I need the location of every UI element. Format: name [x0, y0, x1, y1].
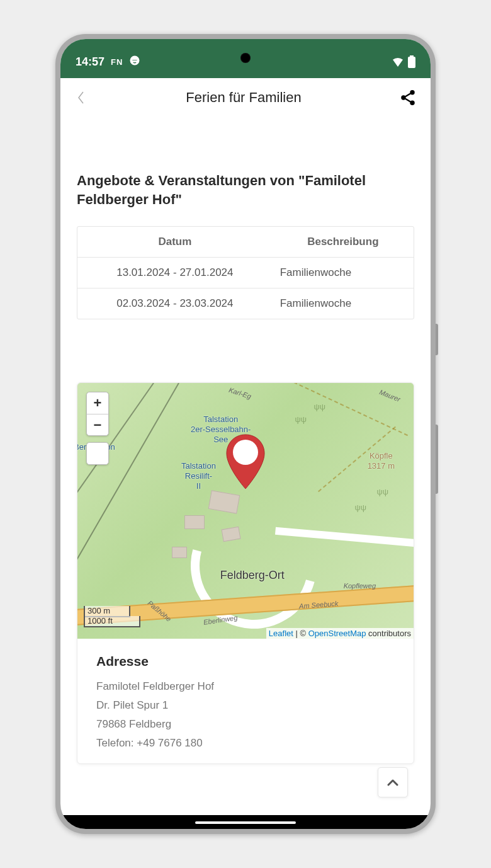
zoom-out-button[interactable]: −	[87, 414, 108, 435]
zoom-in-button[interactable]: +	[87, 392, 108, 414]
table-cell-date: 02.03.2024 - 23.03.2024	[77, 288, 273, 319]
svg-rect-1	[132, 60, 138, 61]
table-row: 13.01.2024 - 27.01.2024 Familienwoche	[77, 257, 414, 288]
zoom-controls: + −	[86, 392, 109, 436]
phone-frame: 14:57 FN	[55, 34, 436, 834]
map-street-label: Kopfleweg	[344, 582, 376, 590]
map[interactable]: ψψ ψψ ψψ ψψ Talstation 2er-Sesselbahn- S…	[77, 383, 414, 639]
table-row: 02.03.2024 - 23.03.2024 Familienwoche	[77, 288, 414, 319]
section-title: Angebote & Veranstaltungen von "Familote…	[77, 171, 414, 208]
layers-button[interactable]	[86, 442, 109, 465]
map-scale: 300 m 1000 ft	[84, 606, 140, 627]
peak-height: 1317 m	[368, 461, 395, 471]
table-header-desc: Beschreibung	[273, 227, 414, 257]
tree-icon: ψψ	[354, 503, 366, 512]
map-pin-icon	[223, 432, 268, 494]
camera-hole	[240, 53, 251, 63]
address-block: Adresse Familotel Feldberger Hof Dr. Pil…	[77, 639, 414, 763]
events-table: Datum Beschreibung 13.01.2024 - 27.01.20…	[77, 226, 414, 319]
tree-icon: ψψ	[295, 414, 307, 424]
chevron-up-icon	[387, 779, 398, 786]
table-header-date: Datum	[77, 227, 273, 257]
status-right	[392, 55, 415, 68]
osm-link[interactable]: OpenStreetMap	[308, 629, 366, 638]
map-attribution: Leaflet | © OpenStreetMap contributors	[266, 628, 414, 639]
map-street-label: Karl-Eg	[228, 386, 252, 401]
status-fn: FN	[111, 57, 123, 67]
table-cell-desc: Familienwoche	[273, 288, 414, 319]
attribution-suffix: contributors	[366, 629, 411, 638]
svg-point-7	[233, 440, 258, 465]
side-button	[436, 324, 438, 355]
scroll-to-top-button[interactable]	[378, 767, 408, 797]
address-street: Dr. Pilet Spur 1	[96, 699, 395, 712]
map-label-feldberg-ort: Feldberg-Ort	[220, 569, 285, 583]
location-card: ψψ ψψ ψψ ψψ Talstation 2er-Sesselbahn- S…	[77, 382, 414, 764]
map-label-talstation-resilift: Talstation Resilift- II	[181, 461, 216, 491]
back-button[interactable]	[72, 88, 91, 107]
content-area[interactable]: Angebote & Veranstaltungen von "Familote…	[60, 171, 431, 764]
side-button	[436, 425, 438, 494]
status-left: 14:57 FN	[76, 55, 140, 69]
table-cell-desc: Familienwoche	[273, 258, 414, 288]
address-city: 79868 Feldberg	[96, 718, 395, 731]
svg-rect-3	[408, 57, 415, 68]
scale-imperial: 1000 ft	[84, 616, 140, 627]
status-time: 14:57	[76, 55, 104, 69]
trail-path	[293, 383, 408, 436]
home-indicator[interactable]	[195, 821, 296, 824]
peak-name: Köpfle	[370, 451, 393, 460]
map-street-label: Maurer	[378, 388, 402, 403]
building	[172, 547, 187, 558]
wifi-icon	[392, 57, 404, 67]
table-header-row: Datum Beschreibung	[77, 227, 414, 257]
leaflet-link[interactable]: Leaflet	[269, 629, 293, 638]
app-status-icon	[129, 55, 140, 69]
app-header: Ferien für Familien	[60, 78, 431, 117]
attribution-separator: | ©	[293, 629, 308, 638]
phone-screen: 14:57 FN	[60, 39, 431, 829]
table-cell-date: 13.01.2024 - 27.01.2024	[77, 258, 273, 288]
svg-rect-2	[410, 55, 414, 57]
map-street-label: Am Seebuck	[298, 600, 338, 610]
map-label-kopfle: Köpfle 1317 m	[368, 451, 395, 471]
page-title: Ferien für Familien	[186, 89, 301, 106]
share-button[interactable]	[397, 86, 419, 109]
tree-icon: ψψ	[376, 487, 388, 496]
address-name: Familotel Feldberger Hof	[96, 680, 395, 693]
tree-icon: ψψ	[313, 402, 325, 411]
building	[184, 515, 205, 529]
address-heading: Adresse	[96, 654, 395, 669]
address-phone: Telefon: +49 7676 180	[96, 737, 395, 750]
battery-icon	[408, 55, 415, 68]
